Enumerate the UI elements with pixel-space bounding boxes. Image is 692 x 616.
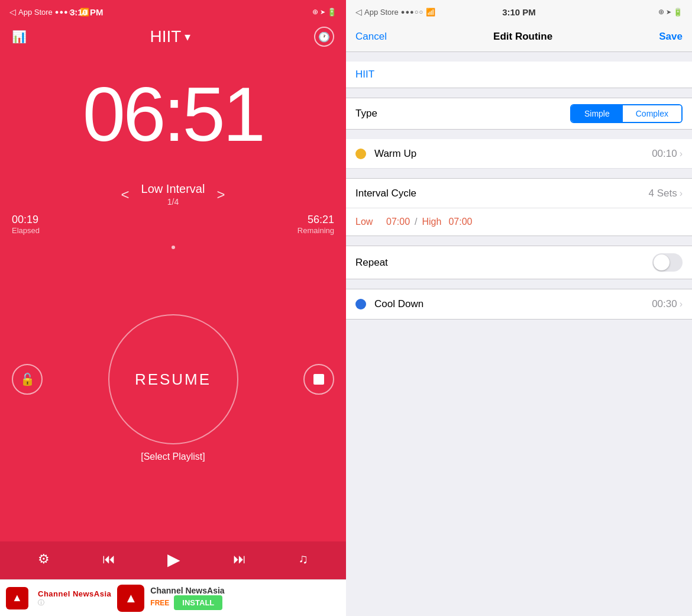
spacer-6	[346, 279, 692, 289]
signal-icon-right: ●●●○○	[401, 8, 423, 15]
title-area[interactable]: HIIT ▾	[150, 27, 191, 46]
playlist-label[interactable]: [Select Playlist]	[141, 451, 205, 462]
interval-cycle-sets: 4 Sets	[648, 188, 677, 199]
cool-down-chevron: ›	[680, 299, 683, 309]
interval-cycle-label: Interval Cycle	[355, 188, 416, 199]
timer-display: 06:51	[0, 52, 346, 170]
right-panel: ◁ App Store ●●●○○ 📶 3:10 PM ⊕ ➤ 🔋 Cancel…	[346, 0, 692, 616]
ad-x-label: ⓘ	[38, 598, 111, 607]
elapsed-stat: 00:19 Elapsed	[12, 214, 40, 235]
ad-free-label: FREE	[150, 599, 169, 607]
spacer-2	[346, 88, 692, 98]
save-button[interactable]: Save	[659, 31, 683, 43]
battery-icon-right: 🔋	[673, 8, 683, 17]
right-panel-status-right: ⊕ ➤ 🔋	[658, 8, 683, 17]
arrow-icon-left: ➤	[320, 8, 325, 16]
spacer-5	[346, 236, 692, 246]
cool-down-row[interactable]: Cool Down 00:30 ›	[346, 289, 692, 319]
type-segmented-control: Simple Complex	[570, 104, 683, 123]
clock-icon[interactable]: 🕐	[314, 27, 334, 47]
warm-up-dot	[355, 149, 366, 159]
lock-button[interactable]: 🔓	[12, 364, 43, 395]
ad-left-label-area: Channel NewsAsia ⓘ	[38, 589, 111, 607]
stop-button[interactable]	[303, 364, 334, 395]
stop-icon	[313, 374, 324, 385]
interval-sub-row: Low 07:00 / High 07:00	[346, 208, 692, 236]
status-bar-right: ◁ App Store ●●●○○ 📶 3:10 PM ⊕ ➤ 🔋	[346, 0, 692, 21]
timer-digits: 06:51	[83, 76, 263, 153]
hiit-title: HIIT	[150, 27, 182, 46]
interval-cycle-chevron: ›	[680, 188, 683, 199]
complex-segment-button[interactable]: Complex	[623, 105, 681, 122]
cool-down-section: Cool Down 00:30 ›	[346, 289, 692, 320]
ad-install-button[interactable]: INSTALL	[174, 595, 222, 610]
location-icon-right: ⊕	[658, 8, 664, 16]
warm-up-label: Warm Up	[374, 148, 652, 160]
back-icon-right: ◁	[355, 7, 362, 17]
high-label: High	[422, 217, 442, 227]
remaining-value: 56:21	[298, 214, 334, 226]
warm-up-row[interactable]: Warm Up 00:10 ›	[346, 139, 692, 169]
left-panel: ◁ App Store ●●●○○ 📶 3:10 PM ⊕ ➤ 🔋 📊 HIIT…	[0, 0, 346, 616]
interval-center: Low Interval 1/4	[141, 182, 205, 207]
repeat-row: Repeat	[346, 246, 692, 279]
bottom-spacer	[346, 320, 692, 616]
bottom-controls: ⚙ ⏮ ▶ ⏭ ♫	[0, 541, 346, 579]
cancel-button[interactable]: Cancel	[355, 31, 387, 43]
remaining-stat: 56:21 Remaining	[298, 214, 334, 235]
slash-divider: /	[415, 217, 417, 227]
time-stats: 00:19 Elapsed 56:21 Remaining	[0, 211, 346, 241]
wifi-icon-right: 📶	[426, 8, 435, 17]
repeat-label: Repeat	[355, 257, 388, 269]
channel-name-left: Channel NewsAsia	[38, 589, 111, 598]
music-icon[interactable]: ♫	[298, 552, 308, 567]
cool-down-value: 00:30	[652, 298, 677, 310]
next-interval-button[interactable]: >	[216, 186, 225, 203]
ad-logo: ▲	[117, 585, 144, 612]
bar-chart-icon[interactable]: 📊	[12, 30, 27, 44]
ad-logo-text: ▲	[124, 591, 137, 606]
prev-track-icon[interactable]: ⏮	[102, 552, 115, 567]
prev-interval-button[interactable]: <	[121, 186, 130, 203]
play-icon[interactable]: ▶	[167, 550, 180, 569]
interval-info: < Low Interval 1/4 >	[0, 170, 346, 211]
battery-icon-left: 🔋	[327, 8, 337, 17]
next-track-icon[interactable]: ⏭	[233, 552, 246, 567]
time-right: 3:10 PM	[502, 7, 536, 17]
ad-corner-area: ▲	[6, 587, 28, 609]
routine-name-input[interactable]	[355, 69, 683, 80]
ad-banner: ▲ Channel NewsAsia ⓘ ▲ Channel NewsAsia …	[0, 579, 346, 616]
spacer-4	[346, 169, 692, 178]
nav-bar: Cancel Edit Routine Save	[346, 21, 692, 52]
header-left: 📊 HIIT ▾ 🕐	[0, 21, 346, 52]
ad-corner-text: ▲	[12, 592, 22, 604]
interval-count: 1/4	[141, 197, 205, 207]
dot-indicator	[172, 246, 175, 249]
interval-cycle-row[interactable]: Interval Cycle 4 Sets ›	[346, 179, 692, 208]
page-title: Edit Routine	[493, 31, 552, 43]
toggle-knob	[654, 254, 670, 270]
dropdown-arrow: ▾	[185, 30, 190, 44]
settings-icon[interactable]: ⚙	[38, 552, 50, 567]
type-row: Type Simple Complex	[346, 98, 692, 130]
warm-up-value: 00:10	[652, 148, 677, 160]
resume-button[interactable]: RESUME	[108, 314, 238, 444]
ad-sub-row: FREE INSTALL	[150, 595, 340, 610]
app-store-label-right: App Store	[364, 8, 399, 17]
repeat-toggle[interactable]	[652, 253, 683, 272]
remaining-label: Remaining	[298, 226, 334, 235]
controls-row: 🔓 RESUME	[0, 314, 346, 444]
time-left: 3:10 PM	[70, 7, 104, 17]
low-time: 07:00	[386, 217, 410, 227]
ad-channel-name: Channel NewsAsia	[150, 586, 340, 595]
interval-name: Low Interval	[141, 182, 205, 196]
low-label: Low	[355, 217, 379, 227]
simple-segment-button[interactable]: Simple	[571, 105, 623, 122]
warm-up-chevron: ›	[680, 149, 683, 159]
cool-down-label: Cool Down	[374, 298, 652, 310]
high-time: 07:00	[448, 217, 472, 227]
ad-corner-logo: ▲	[6, 587, 28, 609]
spacer-3	[346, 130, 692, 139]
app-store-label-left: App Store	[18, 8, 53, 17]
resume-text: RESUME	[135, 370, 211, 389]
